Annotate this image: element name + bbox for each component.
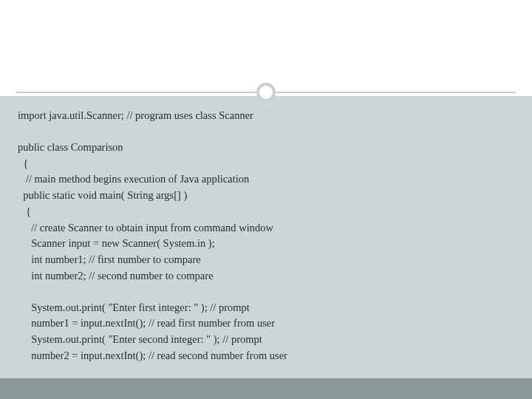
code-line: System.out.print( "Enter second integer:… <box>18 332 514 348</box>
blank-line <box>18 124 514 140</box>
code-line: number2 = input.nextInt(); // read secon… <box>18 348 514 364</box>
slide: import java.util.Scanner; // program use… <box>0 0 532 399</box>
code-line: int number2; // second number to compare <box>18 268 514 284</box>
circle-decoration <box>256 83 276 102</box>
code-line: Scanner input = new Scanner( System.in )… <box>18 236 514 252</box>
code-line: // main method begins execution of Java … <box>18 171 514 188</box>
code-line: public static void main( String args[] ) <box>18 188 514 204</box>
code-line: // create Scanner to obtain input from c… <box>18 220 514 236</box>
code-line: System.out.print( "Enter first integer: … <box>18 300 514 316</box>
code-block: import java.util.Scanner; // program use… <box>18 108 514 364</box>
code-line: { <box>18 204 514 220</box>
code-line: number1 = input.nextInt(); // read first… <box>18 316 514 332</box>
code-line: { <box>18 156 514 172</box>
code-line: public class Comparison <box>18 140 514 156</box>
footer-bar <box>0 378 532 399</box>
blank-line <box>18 284 514 300</box>
code-line: import java.util.Scanner; // program use… <box>18 108 514 124</box>
header-area <box>0 0 532 96</box>
code-line: int number1; // first number to compare <box>18 252 514 268</box>
